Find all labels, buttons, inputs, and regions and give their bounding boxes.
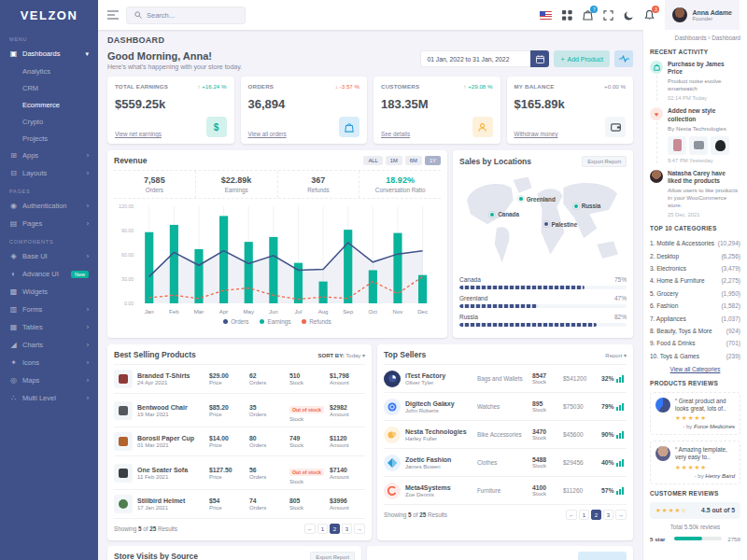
table-row[interactable]: Zoetic FashionJames Bowen Clothes 5488St… [384, 448, 627, 476]
page-2-button[interactable]: 2 [591, 510, 601, 520]
calendar-button[interactable] [530, 50, 549, 67]
page-1-button[interactable]: 1 [317, 524, 328, 534]
breadcrumb[interactable]: Dashboards › Dashboard [650, 35, 740, 41]
sidebar-item-pages[interactable]: ▤Pages› [0, 215, 98, 232]
list-item[interactable]: 8. Beauty, Toys & More(924) [650, 325, 740, 337]
activity-item[interactable]: Natasha Carey have liked the products Al… [650, 170, 740, 217]
add-product-button[interactable]: + Add Product [554, 50, 610, 67]
sidebar-item-crypto[interactable]: Crypto [0, 113, 98, 130]
list-item[interactable]: 4. Home & Furniture(2,275) [650, 274, 740, 287]
activity-pulse-button[interactable] [614, 50, 633, 67]
export-report-button[interactable]: Export Report [582, 156, 627, 167]
revenue-tab-1m[interactable]: 1M [386, 156, 402, 165]
sidebar-item-maps[interactable]: ◎Maps› [0, 371, 98, 389]
export-report-button[interactable]: Export Report [310, 552, 355, 560]
revenue-tab-all[interactable]: ALL [363, 156, 382, 165]
sidebar-item-projects[interactable]: Projects [0, 130, 98, 147]
review-card[interactable]: “ Great product and looks great, lots of… [650, 392, 740, 435]
sidebar-item-charts[interactable]: ◢Charts› [0, 336, 98, 354]
app-logo[interactable]: VELZON [0, 0, 98, 30]
list-item[interactable]: 1. Mobile & Accessories(10,294) [650, 237, 740, 249]
sidebar-item-analytics[interactable]: Analytics [0, 63, 98, 79]
page-3-button[interactable]: 3 [342, 524, 352, 534]
map-marker-greenland[interactable]: Greenland [518, 196, 556, 203]
sidebar-item-base-ui[interactable]: ◈Base UI› [0, 247, 98, 265]
sidebar-item-multi-level[interactable]: ∴Multi Level› [0, 389, 98, 407]
web-apps-icon[interactable] [562, 10, 572, 21]
seller-logo [384, 455, 401, 471]
sidebar-item-apps[interactable]: ⊞Apps› [0, 147, 98, 164]
table-row[interactable]: Stillbird Helmet17 Jan 2021 $54Price 74O… [114, 489, 365, 518]
sidebar-item-layouts[interactable]: ⊟Layouts› [0, 164, 98, 182]
sidebar-item-ecommerce[interactable]: Ecommerce [0, 96, 98, 113]
map-marker-palestine[interactable]: Palestine [543, 221, 578, 228]
revenue-tab-6m[interactable]: 6M [405, 156, 422, 165]
view-net-earnings-link[interactable]: View net earnings [115, 131, 162, 137]
table-row[interactable]: One Seater Sofa11 Feb 2021 $127.50Price … [114, 455, 365, 489]
hamburger-menu-icon[interactable] [107, 10, 119, 20]
svg-text:90.00: 90.00 [121, 228, 134, 233]
search-input[interactable]: Search... [126, 7, 246, 24]
sidebar-item-crm[interactable]: CRM [0, 79, 98, 96]
report-dropdown[interactable]: Report ▾ [605, 352, 627, 358]
map-marker-russia[interactable]: Russia [573, 203, 601, 209]
recent-activity-title: RECENT ACTIVITY [650, 49, 740, 55]
list-item[interactable]: 7. Appliances(1,037) [650, 312, 740, 324]
page-next-button[interactable]: → [354, 524, 365, 534]
page-prev-button[interactable]: ← [304, 524, 316, 534]
list-item[interactable]: 10. Toys & Games(239) [650, 350, 740, 362]
page-next-button[interactable]: → [615, 510, 627, 520]
star-breakdown-row: 5 star 2758 [650, 536, 740, 542]
sidebar-item-forms[interactable]: ▥Forms› [0, 301, 98, 318]
map-marker-canada[interactable]: Canada [489, 211, 519, 217]
stat-delta: +16.24 % [202, 83, 226, 90]
list-item[interactable]: 3. Electronics(3,479) [650, 262, 740, 274]
list-item[interactable]: 5. Grocery(1,950) [650, 287, 740, 300]
see-details-link[interactable]: See details [381, 131, 410, 137]
activity-item[interactable]: ♥ Added new style collection By Nesta Te… [650, 107, 740, 162]
dark-mode-moon-icon[interactable] [624, 10, 634, 21]
list-item[interactable]: 6. Fashion(1,582) [650, 300, 740, 312]
table-row[interactable]: Meta4SystemsZoe Dennis Furniture 4100Sto… [384, 476, 627, 504]
user-menu[interactable]: Anna Adame Founder [665, 0, 740, 30]
sidebar-item-tables[interactable]: ▦Tables› [0, 318, 98, 336]
list-item[interactable]: 2. Desktop(6,256) [650, 250, 740, 262]
notifications-bell-icon[interactable]: 3 [644, 9, 655, 21]
table-row[interactable]: Borosil Paper Cup01 Mar 2021 $14.00Price… [114, 427, 365, 455]
product-photo-camera[interactable] [689, 136, 708, 155]
table-row[interactable]: Nesta TechnologiesHarley Fuller Bike Acc… [384, 420, 627, 448]
list-item[interactable]: 9. Food & Drinks(701) [650, 337, 740, 349]
fullscreen-icon[interactable] [603, 10, 613, 21]
generate-report-button[interactable] [578, 552, 627, 560]
withdraw-money-link[interactable]: Withdraw money [514, 131, 558, 137]
page-3-button[interactable]: 3 [603, 510, 613, 520]
table-row[interactable]: Branded T-Shirts24 Apr 2021 $29.00Price … [114, 364, 365, 393]
layouts-icon: ⊟ [9, 169, 18, 177]
product-photo-dress[interactable] [668, 136, 686, 155]
review-card[interactable]: “ Amazing template, very easy to.. ★★★★★… [650, 441, 740, 483]
revenue-tab-1y[interactable]: 1Y [425, 156, 441, 165]
table-row[interactable]: Bentwood Chair19 Mar 2021 $85.20Price 35… [114, 393, 365, 427]
activity-item[interactable]: Purchase by James Price Product noise ev… [650, 61, 740, 101]
cart-icon[interactable]: 7 [583, 9, 593, 21]
language-flag-icon[interactable] [540, 11, 552, 20]
page-2-button[interactable]: 2 [330, 524, 340, 534]
reviewer-avatar [655, 446, 670, 461]
sidebar-item-advance-ui[interactable]: ◐Advance UINew [0, 265, 98, 283]
sort-by-dropdown[interactable]: SORT BY: Today ▾ [318, 352, 366, 358]
view-all-categories-link[interactable]: View all Categories [650, 366, 740, 372]
right-sidebar: Dashboards › Dashboard RECENT ACTIVITY P… [642, 30, 747, 560]
sidebar-item-authentication[interactable]: ◉Authentication› [0, 197, 98, 215]
date-range-input[interactable] [420, 50, 530, 67]
page-prev-button[interactable]: ← [566, 510, 577, 520]
date-range-picker[interactable] [420, 50, 549, 67]
table-row[interactable]: iTest FactoryOliver Tyler Bags and Walle… [384, 364, 627, 392]
view-all-orders-link[interactable]: View all orders [248, 131, 287, 137]
sidebar-item-dashboards[interactable]: ▣ Dashboards ▾ [0, 45, 98, 63]
top-categories-title: TOP 10 CATEGORIES [650, 225, 740, 231]
sidebar-item-icons[interactable]: ✦Icons› [0, 354, 98, 371]
product-photo-bag[interactable] [711, 136, 729, 155]
table-row[interactable]: Digitech GalaxyJohn Roberts Watches 895S… [384, 392, 627, 420]
page-1-button[interactable]: 1 [579, 510, 589, 520]
sidebar-item-widgets[interactable]: ▩Widgets [0, 283, 98, 301]
